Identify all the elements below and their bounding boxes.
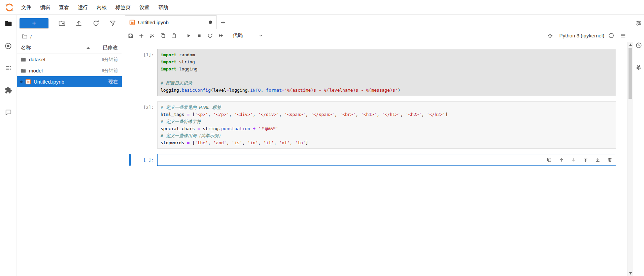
menu-settings[interactable]: 设置 [135, 4, 154, 10]
jupyter-logo-icon [3, 2, 15, 13]
cell-type-dropdown[interactable]: 代码 [231, 32, 265, 39]
usage-monitor-icon[interactable] [635, 41, 643, 49]
cell-collapser[interactable] [129, 101, 131, 149]
cell-collapser[interactable] [129, 154, 131, 166]
duplicate-cell-button[interactable] [546, 157, 552, 163]
code-token: 'is' [232, 140, 242, 145]
insert-cell-button[interactable] [136, 31, 146, 40]
move-cell-down-button[interactable] [570, 157, 577, 163]
code-token: , [400, 112, 406, 117]
debugger-sidebar-icon[interactable] [635, 63, 643, 71]
chat-icon[interactable] [4, 108, 13, 117]
file-row-model[interactable]: model 6分钟前 [17, 65, 122, 76]
debugger-toggle-icon[interactable] [545, 31, 555, 40]
new-launcher-button[interactable]: + [20, 18, 48, 28]
running-kernel-dot [20, 81, 23, 83]
code-token: '<div>' [234, 112, 253, 117]
code-token: , [258, 140, 264, 145]
scroll-up-arrow[interactable] [629, 43, 632, 46]
code-cell-editor[interactable]: # 定义一些常见的 HTML 标签html_tags = ['<p>', '</… [157, 101, 616, 149]
run-button[interactable] [183, 31, 194, 40]
code-token: '</span>' [311, 112, 334, 117]
code-token: '<h1>' [361, 112, 377, 117]
code-token: ) [398, 88, 400, 93]
menu-view[interactable]: 查看 [55, 4, 73, 10]
code-token: string [176, 59, 195, 64]
insert-cell-above-button[interactable] [582, 157, 589, 163]
delete-cell-button[interactable] [606, 157, 613, 163]
code-token: '<br>' [340, 112, 355, 117]
code-token: '<p>' [195, 112, 208, 117]
menu-run[interactable]: 运行 [73, 4, 92, 10]
notebook-file-icon [25, 79, 31, 85]
code-token: = [187, 112, 190, 117]
new-tab-button[interactable] [216, 16, 229, 29]
restart-kernel-button[interactable] [205, 31, 215, 40]
file-row-dataset[interactable]: dataset 6分钟前 [17, 54, 122, 65]
file-modified-time: 6分钟前 [102, 68, 118, 74]
copy-cells-button[interactable] [158, 31, 168, 40]
menu-help[interactable]: 帮助 [154, 4, 173, 10]
column-name-label: 名称 [21, 44, 31, 51]
menu-kernel[interactable]: 内核 [92, 4, 111, 10]
file-browser-tab-icon[interactable] [4, 19, 13, 28]
code-token: + [253, 126, 256, 131]
code-token: , [253, 112, 258, 117]
code-cell-2: [2]: # 定义一些常见的 HTML 标签html_tags = ['<p>'… [129, 101, 616, 149]
toolbar-menu-button[interactable] [618, 31, 628, 40]
column-header-modified[interactable]: 已修改 [103, 44, 118, 51]
code-token [256, 126, 258, 131]
code-cell-editor[interactable]: import randomimport stringimport logging… [157, 49, 616, 96]
file-modified-time: 现在 [108, 79, 118, 85]
code-line: logging.basicConfig(level=logging.INFO, … [161, 87, 613, 94]
menu-items: 文件编辑查看运行内核标签页设置帮助 [17, 0, 173, 14]
scroll-down-arrow[interactable] [629, 272, 632, 275]
restart-run-all-button[interactable] [216, 31, 226, 40]
code-line: # 配置日志记录 [161, 80, 613, 87]
code-line: # 定义一些特殊字符 [161, 118, 613, 125]
new-folder-button[interactable] [58, 20, 66, 27]
cut-cells-button[interactable] [147, 31, 157, 40]
code-token: '￥@#&*' [258, 126, 278, 131]
column-header-name[interactable]: 名称 [21, 44, 90, 51]
refresh-button[interactable] [92, 20, 100, 27]
extension-manager-icon[interactable] [4, 86, 13, 95]
notebook-content: [1]: import randomimport stringimport lo… [122, 42, 633, 276]
code-token: , [421, 112, 427, 117]
property-inspector-icon[interactable] [635, 19, 643, 27]
paste-cells-button[interactable] [169, 31, 179, 40]
code-token: = [227, 88, 229, 93]
unsaved-changes-dot[interactable] [209, 21, 212, 24]
breadcrumb[interactable]: / [17, 31, 122, 42]
input-prompt: [2]: [133, 101, 157, 149]
code-token: ] [445, 112, 448, 117]
tab-untitled-ipynb[interactable]: Untitled.ipynb [125, 15, 216, 29]
kernel-name-button[interactable]: Python 3 (ipykernel) [560, 33, 604, 38]
running-sessions-icon[interactable] [4, 41, 13, 50]
code-token: logging. [229, 88, 250, 93]
code-token: [ [190, 140, 195, 145]
menu-file[interactable]: 文件 [17, 4, 36, 10]
code-cell-editor[interactable] [157, 154, 616, 166]
code-token: import [161, 52, 176, 57]
file-modified-time: 6分钟前 [102, 57, 118, 63]
save-button[interactable] [126, 31, 136, 40]
code-token: 'in' [247, 140, 258, 145]
move-cell-up-button[interactable] [558, 157, 565, 163]
table-of-contents-icon[interactable] [4, 64, 13, 72]
scrollbar-thumb[interactable] [629, 48, 632, 99]
filter-button[interactable] [109, 20, 116, 27]
cell-collapser[interactable] [129, 49, 131, 96]
code-token: import [161, 66, 176, 71]
menu-edit[interactable]: 编辑 [36, 4, 55, 10]
file-row-untitled-ipynb[interactable]: Untitled.ipynb 现在 [17, 76, 122, 87]
code-token: '</h1>' [382, 112, 401, 117]
code-token: special_chars [161, 126, 198, 131]
menu-tabs[interactable]: 标签页 [111, 4, 135, 10]
code-token: random [176, 52, 195, 57]
code-token: 'and' [213, 140, 227, 145]
upload-button[interactable] [75, 20, 82, 27]
file-name: model [29, 68, 43, 73]
insert-cell-below-button[interactable] [594, 157, 601, 163]
interrupt-kernel-button[interactable] [194, 31, 204, 40]
